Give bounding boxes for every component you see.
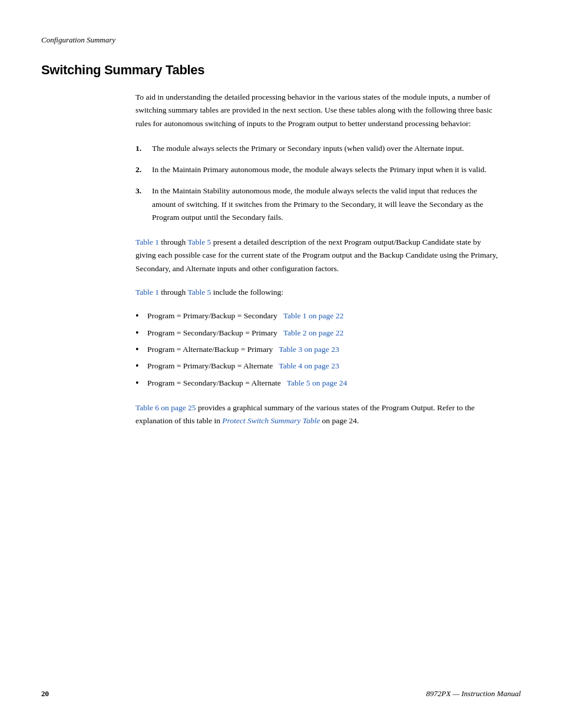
rule-3-num: 3. bbox=[135, 185, 146, 224]
footer-page: 20 bbox=[41, 689, 49, 699]
bullet-4-link[interactable]: Table 4 on page 23 bbox=[279, 360, 339, 373]
numbered-list: 1. The module always selects the Primary… bbox=[135, 142, 501, 224]
bullet-1: Program = Primary/Backup = Secondary Tab… bbox=[135, 309, 501, 322]
protect-switch-link[interactable]: Protect Switch Summary Table bbox=[222, 416, 320, 425]
bullet-4: Program = Primary/Backup = Alternate Tab… bbox=[135, 360, 501, 373]
rule-2: 2. In the Maintain Primary autonomous mo… bbox=[135, 163, 501, 176]
intro-paragraph: To aid in understanding the detailed pro… bbox=[135, 91, 501, 130]
header-label-text: Configuration Summary bbox=[41, 35, 115, 44]
bullet-1-prefix: Program = Primary/Backup = Secondary bbox=[147, 309, 277, 322]
bullet-list: Program = Primary/Backup = Secondary Tab… bbox=[135, 309, 501, 390]
rule-3: 3. In the Maintain Stability autonomous … bbox=[135, 185, 501, 224]
content-area: To aid in understanding the detailed pro… bbox=[135, 91, 501, 428]
bullet-2-prefix: Program = Secondary/Backup = Primary bbox=[147, 327, 277, 340]
bullet-4-prefix: Program = Primary/Backup = Alternate bbox=[147, 360, 273, 373]
section-title-text: Switching Summary Tables bbox=[41, 62, 204, 77]
footer-title: 8972PX — Instruction Manual bbox=[426, 689, 521, 699]
table5-link-p1[interactable]: Table 5 bbox=[187, 238, 211, 246]
rule-1: 1. The module always selects the Primary… bbox=[135, 142, 501, 155]
table1-link-p2[interactable]: Table 1 bbox=[135, 288, 159, 297]
bullet-3-link[interactable]: Table 3 on page 23 bbox=[279, 343, 339, 356]
para-2-suffix: include the following: bbox=[213, 288, 283, 297]
page: Configuration Summary Switching Summary … bbox=[0, 0, 562, 728]
para-3-mid2: on page 24. bbox=[322, 416, 359, 425]
bullet-2-link[interactable]: Table 2 on page 22 bbox=[283, 327, 344, 340]
section-title: Switching Summary Tables bbox=[41, 62, 521, 78]
rule-3-text: In the Maintain Stability autonomous mod… bbox=[152, 185, 501, 224]
bullet-3-prefix: Program = Alternate/Backup = Primary bbox=[147, 343, 273, 356]
rule-1-num: 1. bbox=[135, 142, 146, 155]
rule-1-text: The module always selects the Primary or… bbox=[152, 142, 464, 155]
para-1: Table 1 through Table 5 present a detail… bbox=[135, 236, 501, 275]
rule-2-text: In the Maintain Primary autonomous mode,… bbox=[152, 163, 487, 176]
intro-text: To aid in understanding the detailed pro… bbox=[135, 93, 492, 128]
table6-link[interactable]: Table 6 on page 25 bbox=[135, 403, 196, 412]
para-3: Table 6 on page 25 provides a graphical … bbox=[135, 401, 501, 428]
header-label: Configuration Summary bbox=[41, 35, 521, 45]
bullet-3: Program = Alternate/Backup = Primary Tab… bbox=[135, 343, 501, 356]
bullet-5-prefix: Program = Secondary/Backup = Alternate bbox=[147, 377, 281, 390]
bullet-5: Program = Secondary/Backup = Alternate T… bbox=[135, 377, 501, 390]
para-2: Table 1 through Table 5 include the foll… bbox=[135, 286, 501, 299]
footer: 20 8972PX — Instruction Manual bbox=[41, 689, 521, 699]
para-1-mid1: through bbox=[161, 238, 187, 246]
rule-2-num: 2. bbox=[135, 163, 146, 176]
table5-link-p2[interactable]: Table 5 bbox=[187, 288, 211, 297]
table1-link-p1[interactable]: Table 1 bbox=[135, 238, 159, 246]
bullet-2: Program = Secondary/Backup = Primary Tab… bbox=[135, 327, 501, 340]
bullet-1-link[interactable]: Table 1 on page 22 bbox=[283, 309, 344, 322]
para-2-mid1: through bbox=[161, 288, 187, 297]
bullet-5-link[interactable]: Table 5 on page 24 bbox=[287, 377, 348, 390]
